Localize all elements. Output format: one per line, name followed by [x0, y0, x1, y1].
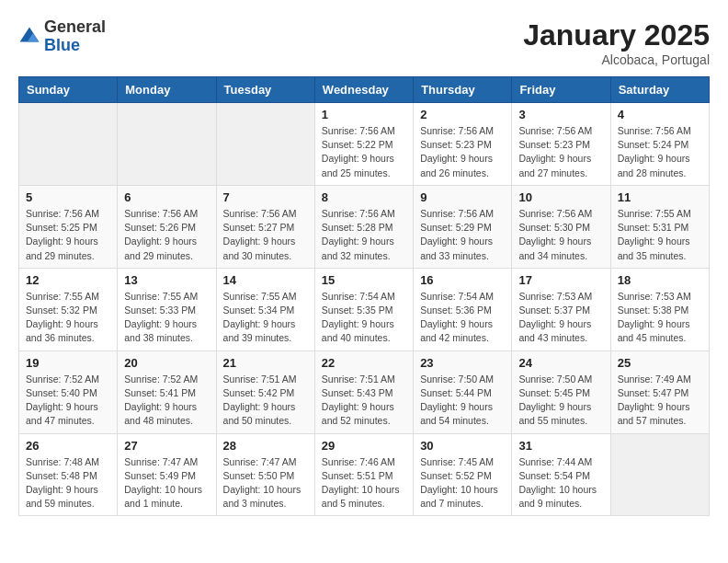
- month-title: January 2025: [523, 18, 710, 52]
- calendar-cell: 6Sunrise: 7:56 AM Sunset: 5:26 PM Daylig…: [118, 185, 216, 268]
- calendar-cell: 11Sunrise: 7:55 AM Sunset: 5:31 PM Dayli…: [610, 185, 709, 268]
- weekday-header-thursday: Thursday: [414, 77, 512, 103]
- day-number: 8: [322, 190, 406, 204]
- calendar-cell: 16Sunrise: 7:54 AM Sunset: 5:36 PM Dayli…: [414, 268, 512, 350]
- calendar-cell: 12Sunrise: 7:55 AM Sunset: 5:32 PM Dayli…: [19, 268, 118, 350]
- day-number: 1: [322, 108, 406, 121]
- day-number: 31: [518, 439, 603, 453]
- weekday-header-friday: Friday: [512, 77, 610, 103]
- calendar-cell: 23Sunrise: 7:50 AM Sunset: 5:44 PM Dayli…: [414, 350, 512, 433]
- week-row-3: 12Sunrise: 7:55 AM Sunset: 5:32 PM Dayli…: [19, 268, 710, 350]
- day-detail: Sunrise: 7:56 AM Sunset: 5:27 PM Dayligh…: [223, 207, 308, 263]
- day-number: 30: [420, 439, 505, 453]
- day-number: 10: [518, 190, 603, 204]
- calendar-cell: 24Sunrise: 7:50 AM Sunset: 5:45 PM Dayli…: [512, 350, 610, 433]
- weekday-header-sunday: Sunday: [19, 77, 118, 103]
- day-detail: Sunrise: 7:52 AM Sunset: 5:40 PM Dayligh…: [26, 373, 110, 429]
- logo-blue: Blue: [44, 36, 80, 54]
- day-number: 7: [223, 190, 308, 204]
- day-detail: Sunrise: 7:47 AM Sunset: 5:49 PM Dayligh…: [124, 455, 209, 511]
- day-number: 12: [26, 273, 110, 287]
- day-detail: Sunrise: 7:49 AM Sunset: 5:47 PM Dayligh…: [618, 373, 702, 429]
- calendar: SundayMondayTuesdayWednesdayThursdayFrid…: [18, 76, 710, 516]
- day-number: 11: [618, 190, 702, 204]
- day-detail: Sunrise: 7:51 AM Sunset: 5:42 PM Dayligh…: [223, 373, 308, 429]
- day-detail: Sunrise: 7:47 AM Sunset: 5:50 PM Dayligh…: [223, 455, 308, 511]
- calendar-cell: 8Sunrise: 7:56 AM Sunset: 5:28 PM Daylig…: [314, 185, 413, 268]
- calendar-cell: [610, 433, 709, 516]
- day-number: 14: [223, 273, 308, 287]
- weekday-header-row: SundayMondayTuesdayWednesdayThursdayFrid…: [19, 77, 710, 103]
- day-detail: Sunrise: 7:53 AM Sunset: 5:38 PM Dayligh…: [618, 290, 702, 346]
- day-detail: Sunrise: 7:54 AM Sunset: 5:36 PM Dayligh…: [420, 290, 505, 346]
- day-detail: Sunrise: 7:56 AM Sunset: 5:28 PM Dayligh…: [322, 207, 406, 263]
- calendar-cell: 3Sunrise: 7:56 AM Sunset: 5:23 PM Daylig…: [512, 103, 610, 186]
- day-detail: Sunrise: 7:56 AM Sunset: 5:30 PM Dayligh…: [518, 207, 603, 263]
- day-detail: Sunrise: 7:54 AM Sunset: 5:35 PM Dayligh…: [322, 290, 406, 346]
- logo-text: General Blue: [44, 18, 106, 55]
- week-row-5: 26Sunrise: 7:48 AM Sunset: 5:48 PM Dayli…: [19, 433, 710, 516]
- day-detail: Sunrise: 7:55 AM Sunset: 5:32 PM Dayligh…: [26, 290, 110, 346]
- calendar-cell: 30Sunrise: 7:45 AM Sunset: 5:52 PM Dayli…: [414, 433, 512, 516]
- day-number: 5: [26, 190, 110, 204]
- day-number: 22: [322, 356, 406, 370]
- calendar-cell: 5Sunrise: 7:56 AM Sunset: 5:25 PM Daylig…: [19, 185, 118, 268]
- calendar-cell: [19, 103, 118, 186]
- calendar-cell: 28Sunrise: 7:47 AM Sunset: 5:50 PM Dayli…: [216, 433, 314, 516]
- calendar-cell: 21Sunrise: 7:51 AM Sunset: 5:42 PM Dayli…: [216, 350, 314, 433]
- day-number: 3: [518, 108, 603, 121]
- day-detail: Sunrise: 7:55 AM Sunset: 5:31 PM Dayligh…: [618, 207, 702, 263]
- day-number: 18: [618, 273, 702, 287]
- calendar-cell: 25Sunrise: 7:49 AM Sunset: 5:47 PM Dayli…: [610, 350, 709, 433]
- day-number: 9: [420, 190, 505, 204]
- calendar-cell: 10Sunrise: 7:56 AM Sunset: 5:30 PM Dayli…: [512, 185, 610, 268]
- title-block: January 2025 Alcobaca, Portugal: [523, 18, 710, 67]
- day-number: 13: [124, 273, 209, 287]
- day-number: 28: [223, 439, 308, 453]
- day-detail: Sunrise: 7:51 AM Sunset: 5:43 PM Dayligh…: [322, 373, 406, 429]
- calendar-cell: 15Sunrise: 7:54 AM Sunset: 5:35 PM Dayli…: [314, 268, 413, 350]
- day-number: 2: [420, 108, 505, 121]
- calendar-cell: [216, 103, 314, 186]
- calendar-cell: [118, 103, 216, 186]
- day-number: 19: [26, 356, 110, 370]
- calendar-cell: 1Sunrise: 7:56 AM Sunset: 5:22 PM Daylig…: [314, 103, 413, 186]
- calendar-cell: 14Sunrise: 7:55 AM Sunset: 5:34 PM Dayli…: [216, 268, 314, 350]
- day-detail: Sunrise: 7:50 AM Sunset: 5:44 PM Dayligh…: [420, 373, 505, 429]
- calendar-cell: 4Sunrise: 7:56 AM Sunset: 5:24 PM Daylig…: [610, 103, 709, 186]
- day-detail: Sunrise: 7:46 AM Sunset: 5:51 PM Dayligh…: [322, 455, 406, 511]
- day-detail: Sunrise: 7:53 AM Sunset: 5:37 PM Dayligh…: [518, 290, 603, 346]
- day-number: 27: [124, 439, 209, 453]
- day-detail: Sunrise: 7:56 AM Sunset: 5:23 PM Dayligh…: [518, 124, 603, 180]
- calendar-cell: 7Sunrise: 7:56 AM Sunset: 5:27 PM Daylig…: [216, 185, 314, 268]
- day-detail: Sunrise: 7:48 AM Sunset: 5:48 PM Dayligh…: [26, 455, 110, 511]
- day-number: 17: [518, 273, 603, 287]
- day-detail: Sunrise: 7:56 AM Sunset: 5:29 PM Dayligh…: [420, 207, 505, 263]
- calendar-cell: 17Sunrise: 7:53 AM Sunset: 5:37 PM Dayli…: [512, 268, 610, 350]
- week-row-4: 19Sunrise: 7:52 AM Sunset: 5:40 PM Dayli…: [19, 350, 710, 433]
- calendar-cell: 9Sunrise: 7:56 AM Sunset: 5:29 PM Daylig…: [414, 185, 512, 268]
- day-detail: Sunrise: 7:55 AM Sunset: 5:33 PM Dayligh…: [124, 290, 209, 346]
- day-number: 4: [618, 108, 702, 121]
- weekday-header-wednesday: Wednesday: [314, 77, 413, 103]
- day-detail: Sunrise: 7:50 AM Sunset: 5:45 PM Dayligh…: [518, 373, 603, 429]
- day-detail: Sunrise: 7:45 AM Sunset: 5:52 PM Dayligh…: [420, 455, 505, 511]
- day-number: 29: [322, 439, 406, 453]
- week-row-2: 5Sunrise: 7:56 AM Sunset: 5:25 PM Daylig…: [19, 185, 710, 268]
- calendar-cell: 19Sunrise: 7:52 AM Sunset: 5:40 PM Dayli…: [19, 350, 118, 433]
- calendar-cell: 26Sunrise: 7:48 AM Sunset: 5:48 PM Dayli…: [19, 433, 118, 516]
- calendar-cell: 27Sunrise: 7:47 AM Sunset: 5:49 PM Dayli…: [118, 433, 216, 516]
- calendar-cell: 2Sunrise: 7:56 AM Sunset: 5:23 PM Daylig…: [414, 103, 512, 186]
- logo-icon: [18, 26, 40, 48]
- day-number: 16: [420, 273, 505, 287]
- weekday-header-saturday: Saturday: [610, 77, 709, 103]
- day-detail: Sunrise: 7:52 AM Sunset: 5:41 PM Dayligh…: [124, 373, 209, 429]
- day-number: 21: [223, 356, 308, 370]
- day-detail: Sunrise: 7:56 AM Sunset: 5:25 PM Dayligh…: [26, 207, 110, 263]
- day-number: 20: [124, 356, 209, 370]
- day-detail: Sunrise: 7:56 AM Sunset: 5:24 PM Dayligh…: [618, 124, 702, 180]
- calendar-cell: 31Sunrise: 7:44 AM Sunset: 5:54 PM Dayli…: [512, 433, 610, 516]
- day-number: 26: [26, 439, 110, 453]
- calendar-cell: 13Sunrise: 7:55 AM Sunset: 5:33 PM Dayli…: [118, 268, 216, 350]
- day-detail: Sunrise: 7:56 AM Sunset: 5:22 PM Dayligh…: [322, 124, 406, 180]
